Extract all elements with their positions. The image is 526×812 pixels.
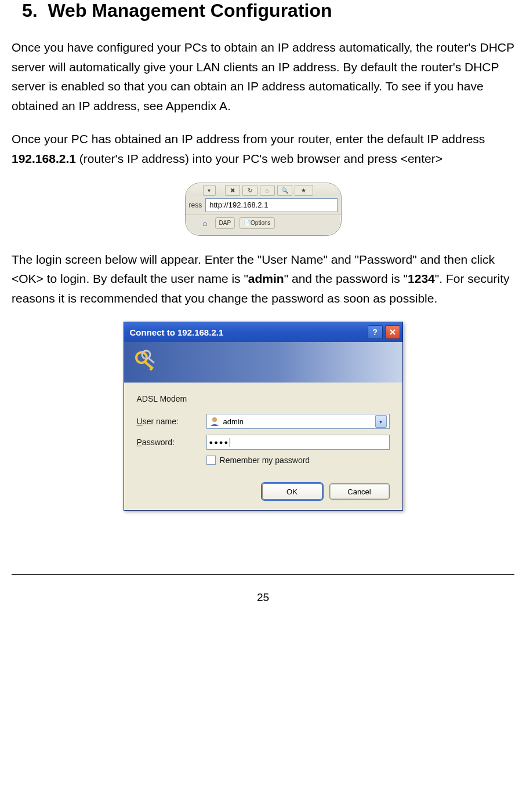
password-dots: ●●●●	[209, 439, 230, 446]
heading-number: 5.	[22, 0, 38, 21]
default-password: 1234	[408, 272, 435, 285]
text-caret	[230, 438, 230, 447]
toolbar-favorites-icon[interactable]: ★	[295, 185, 313, 196]
heading-title: Web Management Configuration	[48, 0, 332, 21]
cancel-button[interactable]: Cancel	[329, 483, 390, 500]
home-icon[interactable]: ⌂	[200, 219, 211, 228]
dialog-titlebar[interactable]: Connect to 192.168.2.1 ?	[124, 322, 402, 342]
remember-label: Remember my password	[220, 456, 310, 465]
password-input[interactable]: ●●●●	[206, 435, 390, 450]
ok-button[interactable]: OK	[262, 483, 322, 500]
address-label: ress	[186, 201, 206, 209]
close-button[interactable]	[385, 325, 400, 339]
close-icon	[390, 327, 396, 337]
address-input[interactable]	[205, 198, 337, 212]
username-value: admin	[223, 417, 375, 426]
toolbar-dropdown-icon[interactable]: ▾	[203, 185, 216, 196]
section-heading: 5. Web Management Configuration	[22, 0, 514, 21]
default-username: admin	[248, 272, 284, 285]
dropdown-icon[interactable]: ▾	[375, 415, 387, 428]
dialog-banner	[124, 342, 402, 383]
toolbar-stop-icon[interactable]: ✖	[225, 185, 240, 196]
page-number: 25	[257, 591, 269, 603]
toolbar-row: ▾ ✖ ↻ ⌂ 🔍 ★	[186, 183, 341, 196]
toolbar-refresh-icon[interactable]: ↻	[242, 185, 257, 196]
browser-address-bar-screenshot: ▾ ✖ ↻ ⌂ 🔍 ★ ress ⌂ DAP 📄 Options	[185, 183, 342, 236]
device-name: ADSL Modem	[137, 394, 390, 403]
username-label: User name:	[137, 417, 206, 426]
paragraph-1: Once you have configured your PCs to obt…	[12, 38, 514, 115]
remember-checkbox[interactable]	[206, 456, 216, 465]
dap-button[interactable]: DAP	[215, 217, 235, 229]
page-footer: 25	[12, 574, 514, 604]
help-button[interactable]: ?	[368, 325, 383, 339]
user-icon	[209, 416, 220, 427]
paragraph-3: The login screen below will appear. Ente…	[12, 250, 514, 308]
svg-rect-4	[147, 357, 155, 363]
toolbar-search-icon[interactable]: 🔍	[277, 185, 292, 196]
dialog-title: Connect to 192.168.2.1	[130, 327, 365, 337]
toolbar-home-icon[interactable]: ⌂	[260, 185, 275, 196]
password-label: Password:	[137, 438, 206, 447]
username-combobox[interactable]: admin ▾	[206, 414, 390, 429]
keys-icon	[133, 349, 160, 376]
default-ip: 192.168.2.1	[12, 152, 76, 165]
login-dialog: Connect to 192.168.2.1 ?	[124, 322, 403, 511]
paragraph-2: Once your PC has obtained an IP address …	[12, 129, 514, 168]
svg-point-5	[212, 417, 217, 422]
options-button[interactable]: 📄 Options	[240, 217, 274, 229]
